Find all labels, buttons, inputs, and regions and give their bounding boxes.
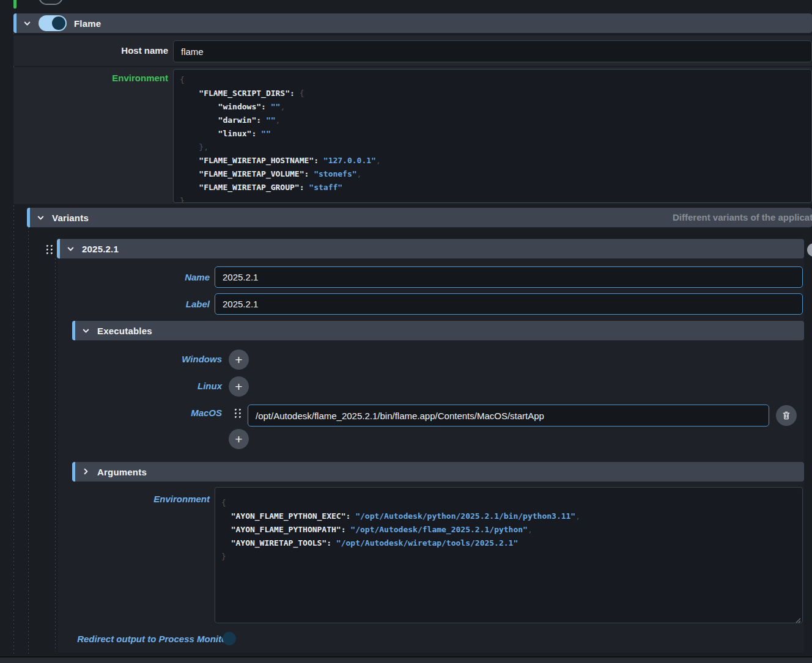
trash-icon (781, 411, 791, 420)
label-input[interactable] (215, 293, 803, 315)
variant-environment-json-editor[interactable]: { "AYON_FLAME_PYTHON_EXEC": "/opt/Autode… (215, 487, 803, 623)
toggle-knob (223, 632, 236, 645)
previous-section-accent-fragment (13, 0, 17, 9)
variants-section-title: Variants (52, 213, 89, 223)
variant-item-title: 2025.2.1 (82, 244, 119, 254)
resize-grip-icon[interactable] (794, 615, 811, 662)
chevron-down-icon[interactable] (66, 244, 75, 253)
previous-section-toggle-fragment[interactable] (39, 0, 63, 5)
host-name-label: Host name (13, 45, 168, 56)
variant-menu-button-fragment[interactable] (807, 243, 812, 257)
flame-section-header[interactable]: Flame (13, 13, 812, 33)
variants-section-header[interactable]: Variants Different variants of the appli… (27, 208, 812, 227)
variant-drag-handle-icon[interactable] (46, 244, 54, 255)
host-name-input[interactable] (173, 40, 812, 62)
toggle-knob (52, 16, 65, 30)
redirect-output-label: Redirect output to Process Monitor (58, 634, 231, 644)
chevron-down-icon[interactable] (36, 213, 45, 222)
windows-label: Windows (72, 354, 222, 364)
add-windows-executable-button[interactable]: + (229, 350, 249, 370)
indent-guide (55, 258, 56, 651)
delete-macos-executable-button[interactable] (776, 405, 797, 426)
name-label: Name (58, 272, 210, 282)
variant-item-header[interactable]: 2025.2.1 (57, 239, 804, 258)
linux-label: Linux (72, 381, 222, 391)
macos-item-drag-handle-icon[interactable] (234, 408, 242, 419)
flame-enabled-toggle[interactable] (39, 15, 67, 31)
environment-label: Environment (13, 73, 168, 83)
arguments-section-header[interactable]: Arguments (72, 462, 804, 482)
executables-section-header[interactable]: Executables (72, 321, 804, 340)
flame-section-title: Flame (74, 18, 101, 29)
add-linux-executable-button[interactable]: + (229, 376, 249, 397)
label-label: Label (58, 299, 210, 309)
plus-icon: + (235, 380, 242, 393)
indent-guide (28, 227, 29, 654)
plus-icon: + (235, 353, 242, 366)
variant-environment-label: Environment (58, 494, 210, 504)
macos-label: MacOS (72, 408, 222, 418)
chevron-right-icon[interactable] (81, 467, 90, 476)
add-macos-executable-button[interactable]: + (229, 429, 249, 449)
settings-page: Flame Host name Environment { "FLAME_SCR… (0, 0, 812, 663)
plus-icon: + (235, 433, 242, 445)
name-input[interactable] (215, 266, 803, 288)
environment-json-editor[interactable]: { "FLAME_SCRIPT_DIRS": { "windows": "", … (173, 69, 812, 203)
chevron-down-icon[interactable] (23, 19, 31, 27)
footer-bar (0, 656, 812, 663)
chevron-down-icon[interactable] (81, 326, 90, 335)
variants-description: Different variants of the applicat (673, 212, 812, 222)
macos-executable-input[interactable] (248, 405, 769, 427)
arguments-section-title: Arguments (97, 467, 147, 477)
executables-section-title: Executables (97, 326, 152, 336)
